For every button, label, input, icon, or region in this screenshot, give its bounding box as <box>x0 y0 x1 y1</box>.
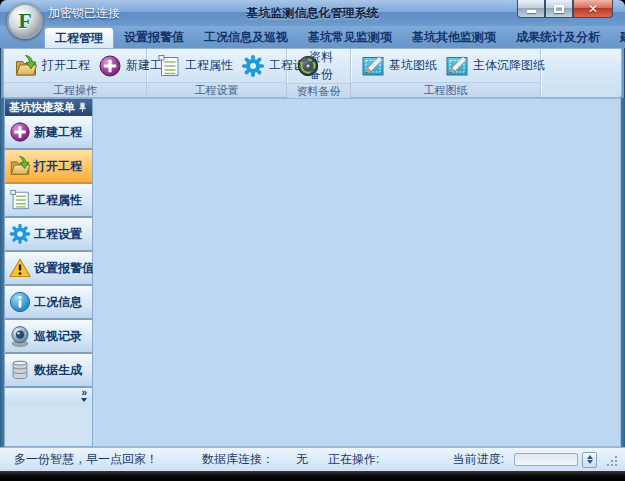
sidebar-header-title: 基坑快捷菜单 <box>9 100 77 115</box>
tab-alarm-values[interactable]: 设置报警值 <box>114 27 194 48</box>
sidebar-item-alarm-values[interactable]: 设置报警值 <box>5 252 92 286</box>
open-project-folder-icon <box>14 54 38 78</box>
window-bottom-border <box>0 471 625 481</box>
minimize-button[interactable] <box>517 0 545 18</box>
open-project-folder-icon <box>9 155 31 177</box>
info-icon <box>9 291 31 313</box>
sidebar-item-project-settings[interactable]: 工程设置 <box>5 218 92 252</box>
database-connection-value: 无 <box>296 451 308 468</box>
project-settings-gear-icon <box>9 223 31 245</box>
main-workspace <box>93 98 621 447</box>
ribbon: 打开工程 新建工程 工程操作 工程属性 工程设置 工程设置 <box>3 48 622 98</box>
sidebar-overflow-button[interactable]: » <box>5 388 92 405</box>
group-label-project-settings: 工程设置 <box>147 82 286 97</box>
app-logo: F <box>7 3 43 39</box>
progress-label: 当前进度: <box>453 451 504 468</box>
sidebar-item-inspection-record[interactable]: 巡视记录 <box>5 320 92 354</box>
status-bar: 多一份智慧，早一点回家！ 数据库连接： 无 正在操作: 当前进度: <box>0 447 625 471</box>
window-controls: ✕ <box>517 0 613 18</box>
new-project-plus-icon <box>98 54 122 78</box>
ribbon-group-data-backup: 资料备份 资料备份 <box>287 49 351 97</box>
progress-section: 当前进度: <box>453 451 617 468</box>
chevron-down-icon <box>81 398 87 402</box>
settlement-drawing-button[interactable]: 主体沉降图纸 <box>441 52 549 80</box>
encryption-lock-status: 加密锁已连接 <box>48 5 120 22</box>
maximize-button[interactable] <box>545 0 573 18</box>
app-logo-letter: F <box>18 8 31 34</box>
ribbon-empty-space <box>541 49 621 97</box>
data-generate-database-icon <box>9 359 31 381</box>
pit-drawing-blueprint-icon <box>361 54 385 78</box>
content-area: 基坑快捷菜单 新建工程 打开工程 工程属性 工程设置 设置报警值 <box>0 98 625 447</box>
pin-icon[interactable] <box>77 102 88 113</box>
group-label-data-backup: 资料备份 <box>287 83 350 98</box>
sidebar-item-project-properties[interactable]: 工程属性 <box>5 184 92 218</box>
alarm-warning-icon <box>9 257 31 279</box>
tab-condition-info-inspection[interactable]: 工况信息及巡视 <box>194 27 298 48</box>
ribbon-tab-bar: 工程管理 设置报警值 工况信息及巡视 基坑常见监测项 基坑其他监测项 成果统计及… <box>0 26 625 48</box>
close-button[interactable]: ✕ <box>573 0 613 18</box>
title-bar: F 加密锁已连接 基坑监测信息化管理系统 ✕ <box>0 0 625 26</box>
new-project-plus-icon <box>9 121 31 143</box>
group-label-project-drawings: 工程图纸 <box>351 82 540 97</box>
sidebar-item-open-project[interactable]: 打开工程 <box>5 150 92 184</box>
project-properties-button[interactable]: 工程属性 <box>153 52 237 80</box>
tab-results-statistics[interactable]: 成果统计及分析 <box>506 27 610 48</box>
tab-pit-other-monitoring[interactable]: 基坑其他监测项 <box>402 27 506 48</box>
project-properties-list-icon <box>9 189 31 211</box>
data-backup-label[interactable]: 资料备份 <box>309 49 344 83</box>
sidebar-header: 基坑快捷菜单 <box>5 99 92 116</box>
sidebar-item-condition-info[interactable]: 工况信息 <box>5 286 92 320</box>
sidebar-empty-space <box>5 405 92 446</box>
maximize-icon <box>554 5 564 13</box>
status-motto: 多一份智慧，早一点回家！ <box>14 451 158 468</box>
group-label-project-operations: 工程操作 <box>4 82 146 97</box>
open-project-button[interactable]: 打开工程 <box>10 52 94 80</box>
quick-menu-sidebar: 基坑快捷菜单 新建工程 打开工程 工程属性 工程设置 设置报警值 <box>4 98 93 447</box>
ribbon-group-project-settings: 工程属性 工程设置 工程设置 <box>147 49 287 97</box>
stepper-down-icon <box>587 460 593 464</box>
project-properties-list-icon <box>157 54 181 78</box>
tab-building-settlement[interactable]: 建筑沉降观测 <box>610 27 625 48</box>
ribbon-group-project-drawings: 基坑图纸 主体沉降图纸 工程图纸 <box>351 49 541 97</box>
ribbon-group-project-operations: 打开工程 新建工程 工程操作 <box>4 49 147 97</box>
sidebar-item-new-project[interactable]: 新建工程 <box>5 116 92 150</box>
project-settings-gear-icon <box>241 54 265 78</box>
application-window: F 加密锁已连接 基坑监测信息化管理系统 ✕ 工程管理 设置报警值 工况信息及巡… <box>0 0 625 481</box>
progress-bar <box>514 453 578 466</box>
chevron-right-icon: » <box>81 388 87 397</box>
current-operation-label: 正在操作: <box>328 451 379 468</box>
tab-pit-common-monitoring[interactable]: 基坑常见监测项 <box>298 27 402 48</box>
tab-project-management[interactable]: 工程管理 <box>44 27 114 48</box>
sidebar-item-data-generate[interactable]: 数据生成 <box>5 354 92 388</box>
minimize-icon <box>527 10 536 13</box>
settlement-drawing-blueprint-icon <box>445 54 469 78</box>
stepper-up-icon <box>587 455 593 459</box>
progress-stepper-button[interactable] <box>582 452 597 468</box>
close-icon: ✕ <box>588 3 598 15</box>
inspection-camera-icon <box>9 325 31 347</box>
database-connection-label: 数据库连接： <box>202 451 274 468</box>
pit-drawing-button[interactable]: 基坑图纸 <box>357 52 441 80</box>
window-resize-grip[interactable] <box>605 454 617 466</box>
